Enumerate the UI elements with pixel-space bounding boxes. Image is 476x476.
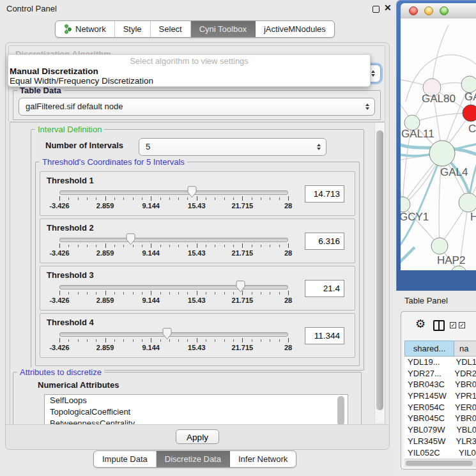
apply-row: Apply (6, 424, 389, 449)
node-hap2[interactable] (431, 238, 448, 254)
node-table-box: ⚙ ✓ ✓ shared... na YDL19...YDL1 YDR27...… (401, 311, 476, 470)
table-data-selected-value: galFiltered.sif default node (26, 98, 123, 115)
float-window-icon[interactable] (372, 6, 380, 13)
gear-icon[interactable]: ⚙ (415, 318, 426, 330)
node-gcy1[interactable] (401, 197, 410, 212)
table-data-group: Table Data galFiltered.sif default node (13, 90, 381, 120)
tab-impute-data[interactable]: Impute Data (94, 451, 157, 467)
table-horizontal-scrollbar-thumb[interactable] (406, 461, 473, 466)
column-header-name[interactable]: na (454, 341, 476, 357)
tab-cyni-toolbox[interactable]: Cyni Toolbox (191, 21, 256, 37)
num-intervals-combobox[interactable]: 5 (139, 138, 326, 156)
slider-track[interactable] (59, 285, 288, 289)
node-bottom-partial[interactable] (451, 266, 466, 270)
column-header-shared[interactable]: shared... (404, 341, 454, 357)
network-window-titlebar (401, 3, 476, 19)
tab-network-label: Network (75, 24, 106, 34)
table-row[interactable]: YDL19...YDL1 (404, 357, 476, 368)
slider-track[interactable] (59, 238, 288, 242)
slider-ticks (59, 243, 288, 249)
settings-scroll-panel: Interval Definition Number of Intervals … (10, 122, 385, 425)
slider-ticks (59, 291, 288, 296)
list-item[interactable]: TopologicalCoefficient (45, 406, 348, 418)
panel-scrollbar-thumb[interactable] (376, 130, 383, 410)
control-panel-tab-bar: Network Style Select Cyni Toolbox jActiv… (55, 20, 335, 38)
table-row[interactable]: YBL079WYBL0 (404, 424, 476, 436)
checkbox-icon[interactable]: ✓ (459, 322, 465, 328)
threshold-4-value-field[interactable] (305, 327, 344, 344)
interval-group-title: Interval Definition (35, 125, 104, 134)
threshold-1-value-field[interactable] (305, 185, 344, 203)
tab-infer-network[interactable]: Infer Network (230, 451, 296, 467)
table-data-combobox[interactable]: galFiltered.sif default node (19, 98, 375, 116)
control-panel-window: Control Panel ✕ Network Style Select Cyn… (0, 0, 396, 476)
node-label: HAP2 (437, 254, 465, 266)
node-h-partial[interactable] (459, 193, 476, 212)
node-label: GAL11 (401, 128, 434, 140)
node-label: H (470, 211, 476, 223)
slider-axis-labels: -3.426 2.859 9.144 15.43 21.715 28 (59, 249, 288, 257)
tab-jactivemnodules[interactable]: jActiveMNodules (256, 21, 334, 37)
cyni-bottom-tab-bar: Impute Data Discretize Data Infer Networ… (93, 450, 296, 468)
list-scrollbar-thumb[interactable] (337, 396, 344, 425)
combo-arrows-icon (365, 104, 369, 110)
slider-track[interactable] (59, 190, 288, 195)
thresholds-group-title: Threshold's Coordinates for 5 Intervals (40, 157, 187, 167)
tab-select[interactable]: Select (151, 21, 191, 37)
node-red-selected[interactable] (463, 105, 476, 121)
table-row[interactable]: YDR27...YDR2 (404, 368, 476, 380)
table-body: YDL19...YDL1 YDR27...YDR2 YBR043CYBR0 YP… (404, 357, 476, 458)
table-row[interactable]: YIL052CYIL0 (404, 447, 476, 459)
dropdown-option-manual[interactable]: Manual Discretization (8, 66, 370, 76)
checkbox-icon[interactable]: ✓ (450, 322, 456, 328)
slider-axis-labels: -3.426 2.859 9.144 15.43 21.715 28 (59, 202, 288, 210)
threshold-3-panel: Threshold 3 -3.426 2.859 9.144 (40, 266, 355, 311)
node-label: C (468, 123, 476, 135)
minimize-traffic-light-icon[interactable] (424, 6, 433, 15)
threshold-3-slider: -3.426 2.859 9.144 15.43 21.715 28 (59, 285, 288, 304)
slider-axis-labels: -3.426 2.859 9.144 15.43 21.715 28 (59, 344, 288, 351)
slider-axis-labels: -3.426 2.859 9.144 15.43 21.715 28 (59, 296, 288, 304)
threshold-2-slider: -3.426 2.859 9.144 15.43 21.715 28 (59, 238, 288, 257)
node-label: GAL80 (422, 93, 456, 105)
network-canvas[interactable]: GAL80 GA C GAL11 GAL4 GCY1 H HAP2 (401, 19, 476, 270)
node-gal4[interactable] (429, 141, 455, 166)
algorithm-dropdown-popup: Select algorithm to view settings Manual… (8, 54, 371, 87)
numerical-attributes-list: SelfLoops TopologicalCoefficient Between… (44, 394, 348, 425)
table-row[interactable]: YBR045CYBR0 (404, 413, 476, 424)
zoom-traffic-light-icon[interactable] (440, 6, 449, 15)
table-data-group-title: Table Data (17, 86, 64, 95)
threshold-1-slider: -3.426 2.859 9.144 15.43 21.715 28 (59, 190, 288, 210)
dropdown-placeholder: Select algorithm to view settings (8, 56, 370, 66)
table-row[interactable]: YPR145WYPR1 (404, 390, 476, 402)
thresholds-group: Threshold's Coordinates for 5 Intervals … (35, 162, 360, 366)
panel-scrollbar[interactable] (374, 123, 385, 423)
slider-ticks (59, 196, 288, 202)
window-title: Control Panel (6, 4, 57, 13)
close-icon[interactable]: ✕ (384, 3, 392, 13)
table-row[interactable]: YLR345WYLR3 (404, 436, 476, 447)
table-horizontal-scrollbar[interactable] (404, 459, 476, 467)
close-traffic-light-icon[interactable] (409, 6, 418, 15)
slider-ticks (59, 338, 288, 344)
node-label: GA (464, 91, 476, 103)
threshold-4-panel: Threshold 4 -3.426 2.859 9.144 (40, 313, 355, 358)
table-panel: Table Panel ⚙ ✓ ✓ shared... na YDL19...Y… (396, 291, 476, 476)
apply-button[interactable]: Apply (176, 429, 219, 444)
network-icon (64, 23, 72, 38)
threshold-2-panel: Threshold 2 -3.426 2.859 9.144 (40, 219, 355, 263)
combo-arrows-icon (371, 70, 375, 77)
network-window: GAL80 GA C GAL11 GAL4 GCY1 H HAP2 (396, 0, 476, 291)
tab-network[interactable]: Network (56, 21, 115, 37)
threshold-2-value-field[interactable] (305, 233, 344, 250)
tab-style[interactable]: Style (115, 21, 151, 37)
threshold-3-value-field[interactable] (305, 280, 344, 297)
columns-icon[interactable] (433, 320, 445, 331)
tab-discretize-data[interactable]: Discretize Data (157, 451, 230, 467)
slider-track[interactable] (59, 332, 288, 337)
dropdown-option-equal-width[interactable]: Equal Width/Frequency Discretization (8, 76, 370, 86)
numerical-attributes-label: Numerical Attributes (38, 380, 119, 390)
list-item[interactable]: SelfLoops (45, 395, 348, 406)
table-row[interactable]: YER054CYER0 (404, 402, 476, 413)
table-row[interactable]: YBR043CYBR0 (404, 379, 476, 390)
